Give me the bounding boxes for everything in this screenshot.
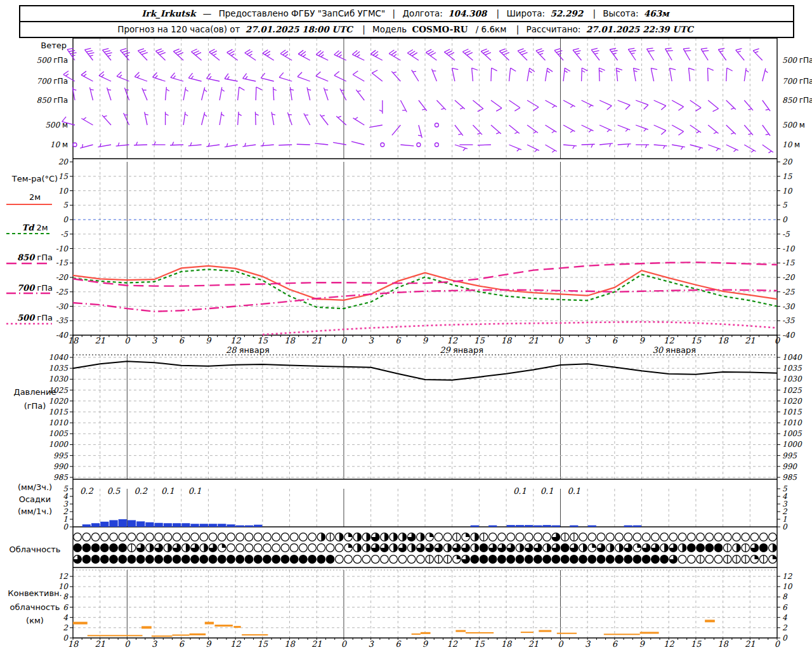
svg-text:20: 20 (782, 157, 793, 166)
legend-item-Td-2м: Td 2м (0, 223, 70, 233)
model-resolution: / 6.6км (476, 24, 507, 34)
calculated-time: 27.01.2025 22:39 UTC (586, 24, 693, 34)
svg-text:1020: 1020 (782, 397, 802, 406)
svg-text:10: 10 (782, 582, 793, 591)
header-line-2: Прогноз на 120 часа(ов) от 27.01.2025 18… (20, 21, 793, 37)
svg-text:5: 5 (782, 201, 788, 209)
svg-text:850 гПа: 850 гПа (37, 96, 68, 105)
svg-text:10: 10 (782, 187, 793, 196)
header-dash: — (203, 8, 212, 18)
header-box: Irk_Irkutsk — Предоставлено ФГБУ "ЗапСиб… (19, 5, 794, 38)
svg-text:700 гПа: 700 гПа (37, 77, 68, 86)
svg-text:12: 12 (230, 639, 241, 649)
svg-text:12: 12 (447, 639, 457, 649)
svg-text:6: 6 (179, 336, 185, 345)
convective-label-2: облачность (0, 602, 70, 613)
svg-text:1015: 1015 (782, 408, 802, 416)
temp-series-500-гПа (263, 322, 777, 335)
svg-text:-25: -25 (782, 288, 796, 296)
svg-text:8: 8 (782, 592, 788, 601)
svg-text:3: 3 (152, 336, 158, 345)
cloud-row-2 (74, 555, 776, 564)
latitude-value: 52.292 (550, 8, 583, 18)
axis-labels: 2020151510105500-5-5-10-10-15-15-20-20-2… (48, 157, 802, 649)
svg-text:18: 18 (717, 336, 729, 345)
svg-text:0: 0 (782, 633, 788, 642)
meteogram-canvas: 2020151510105500-5-5-10-10-15-15-20-20-2… (0, 0, 812, 650)
svg-text:1005: 1005 (48, 429, 69, 438)
svg-text:0: 0 (558, 639, 564, 649)
precipitation: 0.20.50.20.10.10.10.10.1 (80, 486, 641, 527)
svg-text:12: 12 (664, 336, 674, 345)
svg-text:10 м: 10 м (50, 140, 68, 149)
svg-text:4: 4 (782, 613, 787, 622)
wind-row-0 (67, 48, 763, 60)
svg-text:18: 18 (501, 639, 513, 649)
precip-label: Осадки (0, 494, 70, 505)
svg-text:12: 12 (664, 639, 674, 649)
calculated-label: Рассчитано: (527, 24, 581, 34)
wind-barbs (62, 48, 773, 153)
svg-text:0: 0 (775, 639, 781, 649)
convective-label-3: (км) (0, 616, 70, 626)
svg-text:700 гПа: 700 гПа (782, 77, 812, 86)
longitude-label: Долгота: (402, 8, 442, 18)
svg-text:30 января: 30 января (652, 345, 696, 355)
svg-text:15: 15 (782, 172, 793, 181)
svg-text:9: 9 (206, 336, 212, 345)
svg-text:0: 0 (341, 639, 348, 649)
latitude-label: Широта: (506, 8, 545, 18)
svg-text:15: 15 (474, 336, 485, 345)
svg-text:18: 18 (501, 336, 513, 345)
svg-text:9: 9 (639, 639, 645, 649)
provided-by: Предоставлено ФГБУ "ЗапСиб УГМС" (219, 8, 386, 18)
svg-text:15: 15 (474, 639, 485, 649)
cloud-row-0 (74, 533, 776, 541)
svg-text:12: 12 (447, 336, 457, 345)
svg-text:1025: 1025 (782, 386, 802, 395)
pressure-unit-label: (гПа) (0, 401, 70, 411)
convective-segments (73, 620, 715, 637)
svg-text:995: 995 (782, 451, 797, 460)
svg-text:-20: -20 (782, 273, 796, 282)
svg-text:0.1: 0.1 (161, 486, 174, 496)
svg-text:985: 985 (53, 473, 69, 482)
legend-item-2м: 2м (0, 192, 70, 202)
svg-text:-20: -20 (56, 273, 69, 282)
svg-text:-5: -5 (782, 230, 790, 239)
svg-text:28 января: 28 января (226, 345, 270, 355)
svg-text:6: 6 (612, 639, 619, 649)
svg-text:0.1: 0.1 (567, 486, 580, 496)
svg-text:-10: -10 (56, 244, 69, 253)
wind-row-2 (72, 87, 770, 114)
svg-text:0: 0 (782, 215, 788, 224)
svg-text:21: 21 (745, 336, 756, 345)
legend-item-500-гПа: 500 гПа (0, 313, 70, 323)
svg-text:21: 21 (95, 639, 105, 649)
svg-text:1005: 1005 (782, 429, 802, 438)
svg-text:990: 990 (782, 462, 797, 471)
svg-text:850 гПа: 850 гПа (782, 96, 812, 105)
model-label: Модель (372, 24, 407, 34)
svg-text:9: 9 (639, 336, 645, 345)
altitude-value: 463м (644, 8, 669, 18)
svg-text:0.1: 0.1 (188, 486, 202, 496)
svg-text:995: 995 (53, 451, 69, 460)
svg-text:1030: 1030 (48, 375, 69, 383)
svg-text:15: 15 (691, 336, 702, 345)
svg-text:3: 3 (368, 639, 374, 649)
svg-text:500 гПа: 500 гПа (37, 56, 68, 65)
precip-1h-unit-label: (мм/1ч.) (0, 507, 70, 517)
svg-text:1000: 1000 (782, 440, 802, 449)
svg-text:6: 6 (395, 336, 402, 345)
svg-text:18: 18 (68, 639, 79, 649)
svg-text:0: 0 (558, 336, 564, 345)
wind-row-4 (73, 142, 773, 153)
svg-text:21: 21 (528, 336, 539, 345)
cloud-row-1 (74, 544, 776, 552)
svg-text:1010: 1010 (48, 418, 69, 427)
svg-text:15: 15 (258, 336, 268, 345)
svg-text:10 м: 10 м (782, 140, 800, 149)
convective-label-1: Конвективн. (0, 588, 70, 599)
svg-text:-15: -15 (782, 258, 796, 267)
